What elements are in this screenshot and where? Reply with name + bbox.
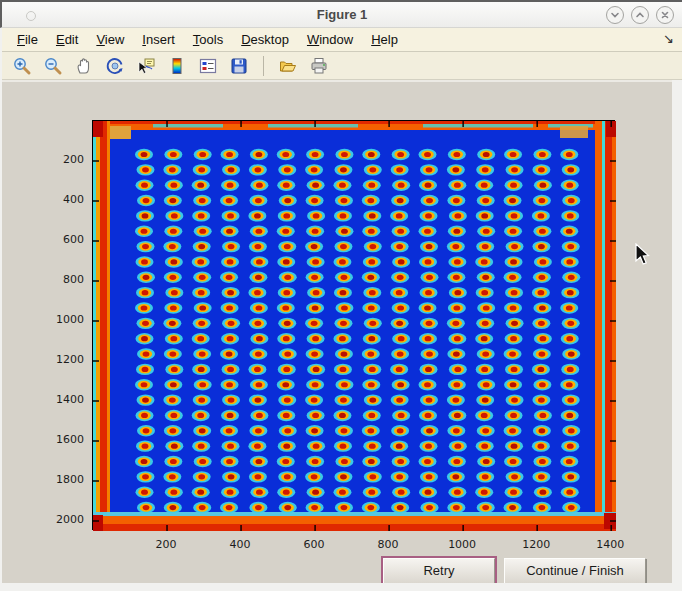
y-tick-label: 2000 (4, 513, 84, 526)
data-cursor-icon[interactable] (134, 54, 158, 78)
y-tick-label: 600 (4, 233, 84, 246)
menu-file[interactable]: File (8, 29, 47, 50)
close-icon (660, 10, 670, 20)
menu-window[interactable]: Window (298, 29, 362, 50)
y-tick-label: 400 (4, 193, 84, 206)
zoom-in-icon[interactable] (10, 54, 34, 78)
menu-desktop[interactable]: Desktop (232, 29, 298, 50)
print-icon[interactable] (307, 54, 331, 78)
figure-window: Figure 1 File Edit View Insert Tools Des… (0, 0, 682, 591)
pan-hand-icon[interactable] (72, 54, 96, 78)
menu-view[interactable]: View (87, 29, 133, 50)
y-tick-label: 1000 (4, 313, 84, 326)
minimize-button[interactable] (606, 6, 624, 24)
x-tick-label: 400 (218, 538, 262, 551)
menu-insert[interactable]: Insert (133, 29, 184, 50)
heatmap-image (93, 121, 616, 531)
x-tick-label: 1200 (514, 538, 558, 551)
rotate-3d-icon[interactable] (103, 54, 127, 78)
save-icon[interactable] (227, 54, 251, 78)
y-tick-label: 1400 (4, 393, 84, 406)
retry-button[interactable]: Retry (383, 558, 495, 584)
open-file-icon[interactable] (276, 54, 300, 78)
x-tick-label: 800 (366, 538, 410, 551)
y-tick-label: 1800 (4, 473, 84, 486)
zoom-out-icon[interactable] (41, 54, 65, 78)
y-tick-label: 800 (4, 273, 84, 286)
menubar: File Edit View Insert Tools Desktop Wind… (2, 28, 682, 52)
chevron-down-icon (610, 10, 620, 20)
insert-colorbar-icon[interactable] (165, 54, 189, 78)
close-button[interactable] (656, 6, 674, 24)
menu-tools[interactable]: Tools (184, 29, 232, 50)
y-tick-label: 200 (4, 153, 84, 166)
maximize-button[interactable] (631, 6, 649, 24)
figure-canvas: 200400600800100012001400160018002000 200… (2, 80, 672, 583)
chevron-up-icon (635, 10, 645, 20)
menu-edit[interactable]: Edit (47, 29, 87, 50)
window-controls (606, 6, 674, 24)
dock-figure-icon[interactable]: ↘ (663, 31, 674, 46)
plot-area (92, 120, 615, 530)
toolbar-separator (263, 56, 264, 76)
y-tick-label: 1200 (4, 353, 84, 366)
window-title: Figure 1 (2, 7, 682, 22)
x-tick-label: 600 (292, 538, 336, 551)
x-tick-label: 1400 (588, 538, 632, 551)
menu-help[interactable]: Help (362, 29, 407, 50)
window-right-gutter (672, 80, 682, 591)
window-bottom-gutter (0, 583, 682, 591)
figure-toolbar (2, 52, 682, 80)
x-tick-label: 200 (144, 538, 188, 551)
x-tick-label: 1000 (440, 538, 484, 551)
y-tick-label: 1600 (4, 433, 84, 446)
continue-finish-button[interactable]: Continue / Finish (504, 558, 646, 584)
titlebar: Figure 1 (0, 0, 682, 28)
insert-legend-icon[interactable] (196, 54, 220, 78)
